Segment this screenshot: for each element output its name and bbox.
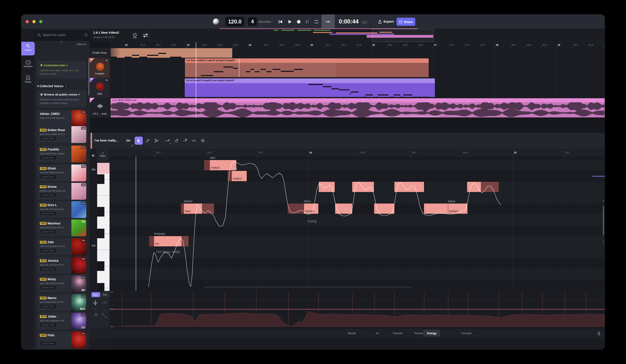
black-key[interactable] [97, 174, 104, 184]
license-badge[interactable]: License Free> [40, 156, 56, 160]
record-button[interactable] [295, 14, 303, 29]
grid-dots-icon[interactable] [304, 14, 311, 29]
horizontal-scrollbar[interactable] [204, 286, 411, 288]
sidebar-tab-temps[interactable]: Temps [21, 76, 35, 83]
note--[interactable]: - [319, 182, 335, 192]
note-trying-1[interactable]: trying#1 [288, 203, 318, 214]
pitch-eraser-tool-button[interactable] [181, 137, 190, 145]
track-header-ember-rose[interactable]: Ember Rose [90, 48, 110, 58]
voice-card[interactable]: NEWElirahr&b pop ballad breathyLicense F… [37, 164, 86, 181]
license-badge[interactable]: License Free> [40, 175, 56, 178]
curve-eraser-tool[interactable] [93, 313, 98, 318]
project-title[interactable]: 1.9.1 New Video2 [93, 31, 119, 34]
track-lane[interactable]: 1.9.1 NEW VIDEO-instr [110, 98, 605, 118]
zoom-window-button[interactable] [39, 20, 42, 23]
license-badge[interactable]: License Free> [40, 342, 56, 345]
voice-card[interactable]: NEWJulianlatin pop reggaeton afrLicense … [37, 313, 86, 329]
clip-instrumental[interactable]: 1.9.1 NEW VIDEO-instr [111, 98, 605, 118]
black-key[interactable] [97, 229, 104, 238]
piano-keys[interactable] [97, 163, 110, 308]
close-window-button[interactable] [26, 20, 29, 23]
line-tool[interactable] [102, 313, 107, 318]
play-button[interactable] [286, 14, 294, 29]
note-really-1[interactable]: really#1 [204, 160, 236, 170]
editor-playhead[interactable] [136, 157, 136, 291]
clip-zalo[interactable]: try to forget#1 forget#2 you baby#1 baby… [185, 79, 435, 97]
filters-toggle[interactable]: Filters ▸ [77, 43, 86, 46]
clip-franklin[interactable]: i've been really#1 really#2 trying#1 try… [185, 58, 429, 77]
export-icon[interactable] [377, 14, 383, 29]
black-key[interactable] [97, 207, 104, 216]
share-button[interactable]: Share [396, 18, 415, 26]
clip-ember-rose[interactable] [111, 48, 232, 58]
track-lane[interactable] [110, 48, 605, 58]
note-trying-2[interactable]: trying#2 [448, 203, 468, 214]
vertical-scrollbar[interactable] [603, 206, 604, 236]
pencil-tool-button[interactable] [144, 137, 152, 145]
beats-per-bar-value[interactable]: 4 [248, 17, 257, 26]
sidebar-scrollbar[interactable] [88, 58, 89, 95]
voice-card[interactable]: NEWFelixLicense Free>ES [37, 331, 86, 348]
tab-formant[interactable]: Formant [457, 330, 475, 336]
arrangement-minimap[interactable] [149, 29, 443, 42]
editor-ruler[interactable]: 23.223.323.42424.224.324.42525.2 [110, 149, 605, 157]
pointer-tool-button[interactable] [135, 137, 143, 145]
vibrato-tool-button[interactable] [190, 137, 198, 145]
tempo-value[interactable]: 120.0 [225, 17, 244, 26]
lyric-language-dropdown[interactable]: EN [126, 139, 130, 142]
playhead[interactable] [196, 42, 196, 118]
license-badge[interactable]: License Free> [40, 286, 56, 289]
sidebar-tab-samples[interactable]: Samples [21, 61, 35, 68]
record-mode-icon[interactable] [132, 33, 137, 38]
track-header-1-9-1-instr[interactable]: 171.9.1 ...-instr [90, 98, 110, 118]
vibrato-adjust-tool-button[interactable] [199, 137, 207, 145]
parameters-tab[interactable]: Par. [101, 292, 110, 297]
editing-clip-name[interactable]: i've been really... [94, 139, 118, 142]
browse-public-voices-card[interactable]: ⊕Browse all public voices > Discover com… [37, 90, 86, 108]
voice-card[interactable]: NEWDrex Lpop r&b funk blues goLicense Fr… [37, 201, 86, 218]
refresh-icon[interactable] [84, 33, 88, 37]
track-header-franklin[interactable]: 15ENFranklin [90, 58, 110, 78]
scissors-tool-button[interactable] [153, 137, 161, 145]
pitch-draw-tool-button[interactable] [163, 137, 171, 145]
license-badge[interactable]: License Free> [40, 137, 56, 140]
note-i've[interactable]: i've [149, 236, 189, 246]
voice-card[interactable]: NEWEmmaballad pop folk kpop edLicense Fr… [37, 183, 86, 200]
note-been[interactable]: been [181, 203, 214, 214]
track-lane[interactable]: try to forget#1 forget#2 you baby#1 baby… [110, 78, 605, 98]
license-badge[interactable]: License Free> [40, 323, 56, 326]
note--[interactable]: - [335, 203, 352, 214]
horizontal-scrollbar[interactable] [369, 116, 439, 117]
voice-search-bar[interactable]: Search for voices [35, 30, 90, 41]
key-signature-box[interactable]: C Major [96, 149, 110, 163]
license-badge[interactable]: License Free> [40, 305, 56, 308]
license-badge[interactable]: License Free> [40, 194, 56, 197]
collapse-panel-icon[interactable] [597, 331, 601, 335]
energy-curve-chart[interactable]: 2x1x0x [110, 291, 605, 328]
panel-resize-handle[interactable] [60, 41, 63, 42]
skip-back-button[interactable] [276, 14, 284, 29]
mixer-settings-icon[interactable] [143, 33, 149, 38]
auto-scroll-toggle[interactable] [321, 14, 335, 29]
license-badge[interactable]: License Free> [40, 212, 56, 215]
metronome-orb-icon[interactable] [213, 19, 219, 25]
curve-draw-tool[interactable] [102, 300, 107, 305]
collected-voices-header[interactable]: ▾ Collected Voices1 [37, 84, 68, 88]
pitch-stamp-tool-button[interactable] [172, 137, 180, 145]
voice-card-adrian[interactable]: Adrian_CMDC bass resonant baritone EN [37, 110, 86, 127]
timeline-ruler[interactable]: 2222.222.322.42323.223.323.42424.224.324… [110, 42, 605, 48]
voice-card[interactable]: NEWJessicar&b pop soul jazz funkLicense … [37, 257, 86, 274]
customize-voice-card[interactable]: ❋Customize now > Upload vocal data, crea… [37, 61, 86, 79]
voice-card[interactable]: NEWEmber Rosepop clear ballad edm hLicen… [37, 126, 86, 143]
minimap-viewport[interactable] [372, 29, 433, 42]
track-avatar[interactable] [96, 63, 104, 71]
license-badge[interactable]: License Free> [40, 249, 56, 252]
highlighted-key-g4[interactable] [97, 163, 110, 174]
curve-transform-tool[interactable] [93, 300, 98, 306]
minimize-window-button[interactable] [32, 20, 36, 23]
voice-card[interactable]: NEWZalor&b soul gospel resonaLicense Fre… [37, 238, 86, 255]
license-badge[interactable]: License Free> [40, 230, 56, 233]
search-input[interactable]: Search for voices [43, 33, 66, 37]
export-button[interactable]: Export [384, 20, 394, 23]
sidebar-tab-voices[interactable]: Voices [21, 42, 35, 55]
